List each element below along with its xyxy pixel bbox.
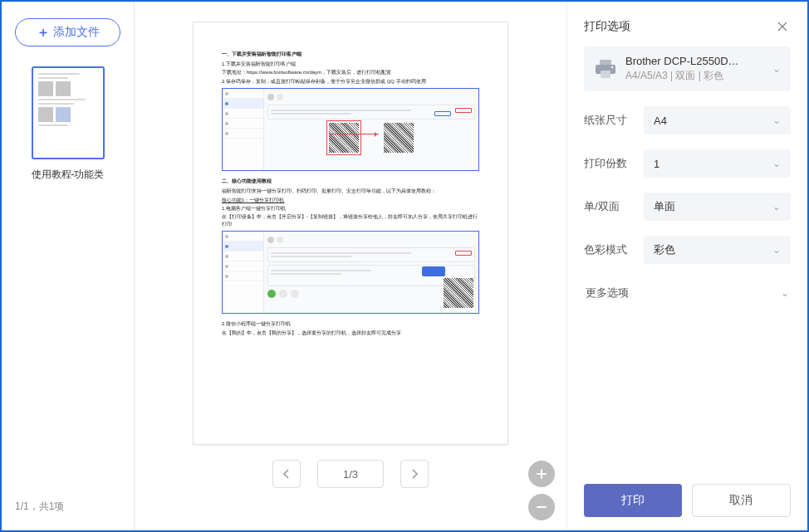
- doc-text: 1.下载并安装福昕智能打印客户端: [222, 61, 479, 67]
- page-nav: 1/3: [272, 460, 429, 488]
- plus-icon: [536, 468, 547, 480]
- page-indicator[interactable]: 1/3: [317, 460, 384, 488]
- duplex-label: 单/双面: [584, 199, 644, 214]
- chevron-down-icon: ⌄: [772, 63, 781, 75]
- panel-title: 打印选项: [584, 19, 630, 34]
- next-page-button[interactable]: [400, 460, 429, 488]
- printer-selector[interactable]: Brother DCP-L2550D… A4/A5/A3 | 双面 | 彩色 ⌄: [584, 46, 791, 91]
- doc-text: 核心功能1：一键分享打印机: [222, 197, 479, 203]
- color-mode-row: 色彩模式 彩色 ⌄: [584, 236, 791, 264]
- thumbnail-preview: [32, 66, 105, 159]
- duplex-value: 单面: [654, 199, 675, 214]
- copies-value: 1: [654, 158, 659, 170]
- svg-point-3: [611, 66, 613, 68]
- doc-heading: 一、下载并安装福昕智能打印客户端: [222, 51, 479, 58]
- duplex-row: 单/双面 单面 ⌄: [584, 193, 791, 221]
- paper-size-value: A4: [654, 115, 667, 127]
- printer-sub: A4/A5/A3 | 双面 | 彩色: [625, 69, 764, 83]
- chevron-down-icon: ⌄: [781, 287, 789, 299]
- more-options-toggle[interactable]: 更多选项 ⌄: [584, 281, 791, 305]
- zoom-controls: [528, 461, 555, 520]
- print-button[interactable]: 打印: [584, 484, 682, 517]
- more-options-label: 更多选项: [586, 286, 629, 300]
- page-preview: 一、下载并安装福昕智能打印客户端 1.下载并安装福昕智能打印客户端 下载地址：h…: [193, 22, 508, 445]
- duplex-select[interactable]: 单面 ⌄: [644, 193, 791, 221]
- color-mode-select[interactable]: 彩色 ⌄: [644, 236, 791, 264]
- preview-area: 一、下载并安装福昕智能打印客户端 1.下载并安装福昕智能打印客户端 下载地址：h…: [135, 2, 566, 530]
- doc-text: 1.电脑客户端一键分享打印机: [222, 205, 479, 212]
- chevron-down-icon: ⌄: [772, 201, 781, 212]
- doc-screenshot-2: [222, 231, 479, 314]
- thumbnail-label: 使用教程-功能类: [32, 168, 105, 182]
- chevron-down-icon: ⌄: [772, 244, 781, 256]
- main-area: ＋ 添加文件 使用教程-功能类 1/1，共1项 一、下载并安装: [2, 2, 807, 530]
- chevron-right-icon: [410, 469, 419, 479]
- sidebar-footer-count: 1/1，共1项: [15, 500, 64, 514]
- copies-row: 打印份数 1 ⌄: [584, 149, 791, 178]
- zoom-out-button[interactable]: [528, 494, 555, 520]
- add-file-button[interactable]: ＋ 添加文件: [15, 18, 120, 46]
- plus-icon: ＋: [37, 24, 50, 41]
- print-options-panel: 打印选项 Brother DCP-L2550D… A4/A5/A3 | 双面 |…: [566, 2, 807, 530]
- paper-size-label: 纸张尺寸: [584, 113, 644, 128]
- prev-page-button[interactable]: [272, 460, 301, 488]
- doc-text: 在【我的】中，点击【我的分享】，选择要分享的打印机，选择好友即可完成分享: [222, 329, 479, 336]
- close-icon: [777, 21, 788, 32]
- doc-text: 2.保存码保存，复制，或直接打印粘贴保存到备，便于分享至企业微信群或 QQ 手动…: [222, 78, 479, 85]
- doc-text: 福昕智能打印支持一键分享打印、扫码打印、批量打印、安全打印等功能，以下为具体使用…: [222, 188, 479, 194]
- color-mode-label: 色彩模式: [584, 242, 644, 257]
- copies-select[interactable]: 1 ⌄: [644, 149, 791, 178]
- add-file-label: 添加文件: [53, 25, 100, 40]
- doc-text: 2.微信小程序端一键分享打印机: [222, 320, 479, 327]
- doc-screenshot-1: [222, 88, 479, 171]
- zoom-in-button[interactable]: [528, 461, 555, 487]
- cancel-button[interactable]: 取消: [692, 484, 792, 517]
- doc-text: 下载地址：https://www.foxitsoftware.cn/dayin，…: [222, 69, 479, 76]
- printer-name: Brother DCP-L2550D…: [625, 55, 764, 67]
- sidebar: ＋ 添加文件 使用教程-功能类 1/1，共1项: [2, 2, 135, 530]
- chevron-left-icon: [282, 469, 291, 479]
- svg-rect-0: [600, 60, 611, 65]
- copies-label: 打印份数: [584, 156, 644, 171]
- color-mode-value: 彩色: [654, 242, 675, 257]
- chevron-down-icon: ⌄: [772, 158, 781, 169]
- doc-heading: 二、核心功能使用教程: [222, 178, 479, 185]
- minus-icon: [536, 501, 547, 513]
- paper-size-select[interactable]: A4 ⌄: [644, 106, 791, 134]
- thumbnail-item[interactable]: 使用教程-功能类: [32, 66, 105, 182]
- close-button[interactable]: [774, 18, 791, 35]
- paper-size-row: 纸张尺寸 A4 ⌄: [584, 106, 791, 134]
- svg-rect-2: [601, 71, 610, 78]
- chevron-down-icon: ⌄: [772, 115, 781, 126]
- print-dialog-window: ＋ 添加文件 使用教程-功能类 1/1，共1项 一、下载并安装: [0, 0, 809, 532]
- doc-text: 在【打印设备】中，点击【开启分享】-【复制链接】，将链接分享给他人，好友即可加入…: [222, 213, 479, 227]
- printer-icon: [594, 59, 617, 79]
